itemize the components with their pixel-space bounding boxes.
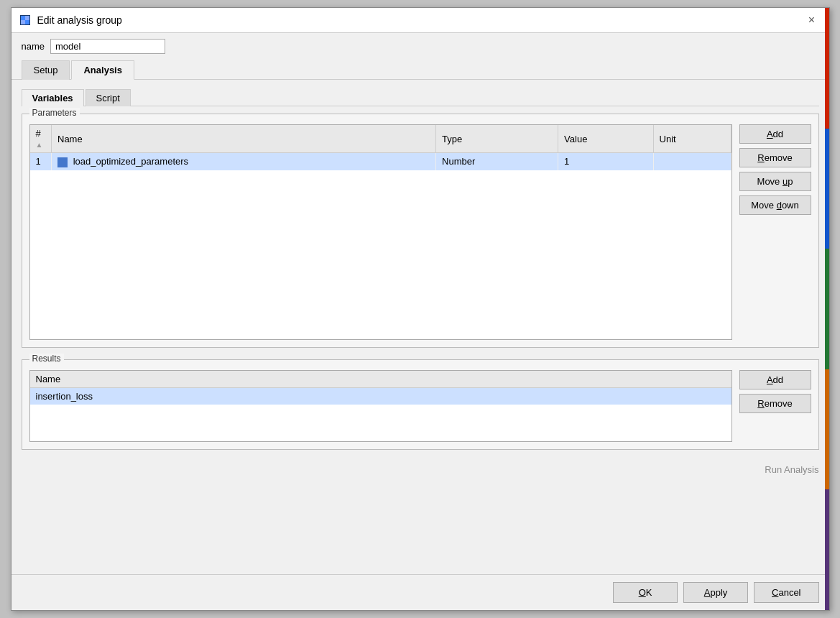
tab-script[interactable]: Script [86,89,131,106]
col-value: Value [558,125,654,153]
add-label: Add [767,129,783,139]
results-content: Name insertion_loss Add [29,370,811,442]
svg-rect-2 [21,20,25,24]
parameters-section: Parameters # ▲ Name Type Va [22,114,819,348]
inner-tabs-bar: Variables Script [22,88,819,106]
parameters-label: Parameters [29,108,80,118]
col-num-label: # [36,128,41,139]
apply-label: Apply [704,587,728,598]
move-down-button[interactable]: Move down [739,195,811,215]
name-row: name [11,33,829,60]
ok-button[interactable]: OK [613,582,678,603]
color-swatch [57,157,68,167]
content-area: Variables Script Parameters # ▲ [11,80,829,574]
col-type: Type [436,125,558,153]
results-buttons: Add Remove [739,370,811,442]
dialog-title: Edit analysis group [37,14,122,26]
title-bar-left: Edit analysis group [19,14,122,27]
parameters-buttons: Add Remove Move up Move down [739,124,811,340]
tab-variables[interactable]: Variables [22,89,84,106]
sort-arrow: ▲ [36,141,43,149]
close-button[interactable]: × [802,12,822,28]
run-analysis-row: Run Analysis [22,461,819,478]
parameters-table: # ▲ Name Type Value Unit 1 [30,125,731,170]
parameters-content: # ▲ Name Type Value Unit 1 [29,124,811,340]
move-up-label: Move up [757,176,793,187]
add-result-button[interactable]: Add [739,370,811,389]
tab-analysis[interactable]: Analysis [71,60,134,80]
results-label: Results [29,354,64,364]
remove-parameter-button[interactable]: Remove [739,148,811,167]
svg-rect-3 [25,16,29,20]
param-name: load_optimized_parameters [73,156,188,167]
col-name: Name [52,125,436,153]
remove-result-label: Remove [757,398,792,409]
cell-unit [653,153,731,170]
table-row[interactable]: insertion_loss [30,388,731,405]
footer: OK Apply Cancel [11,574,829,610]
cell-num: 1 [30,153,52,170]
results-table: Name insertion_loss [30,371,731,405]
table-row[interactable]: 1 load_optimized_parameters Number 1 [30,153,731,170]
ok-label: OK [639,587,652,598]
move-up-button[interactable]: Move up [739,172,811,191]
parameters-table-container[interactable]: # ▲ Name Type Value Unit 1 [29,124,732,340]
parameters-header-row: # ▲ Name Type Value Unit [30,125,731,153]
remove-label: Remove [757,152,792,163]
main-tabs-bar: Setup Analysis [11,60,829,80]
results-header-row: Name [30,371,731,388]
cell-type: Number [436,153,558,170]
add-parameter-button[interactable]: Add [739,124,811,144]
cancel-button[interactable]: Cancel [754,582,818,603]
add-result-label: Add [767,374,783,385]
remove-result-button[interactable]: Remove [739,394,811,413]
svg-rect-0 [21,16,25,20]
move-down-label: Move down [751,200,799,211]
side-accent [825,8,829,610]
cell-name: load_optimized_parameters [52,153,436,170]
run-analysis-text: Run Analysis [765,464,818,475]
cell-value: 1 [558,153,654,170]
cancel-label: Cancel [772,587,800,598]
name-label: name [22,41,45,52]
svg-rect-1 [25,20,29,24]
title-bar: Edit analysis group × [11,8,829,33]
name-input[interactable] [50,39,165,54]
results-section: Results Name insertion_loss [22,359,819,450]
apply-button[interactable]: Apply [683,582,748,603]
tab-setup[interactable]: Setup [22,60,70,80]
results-table-container[interactable]: Name insertion_loss [29,370,732,442]
col-num: # ▲ [30,125,52,153]
edit-analysis-group-dialog: Edit analysis group × name Setup Analysi… [11,7,830,611]
app-icon [19,14,32,27]
col-unit: Unit [653,125,731,153]
results-col-name: Name [30,371,731,388]
result-name: insertion_loss [30,388,731,405]
